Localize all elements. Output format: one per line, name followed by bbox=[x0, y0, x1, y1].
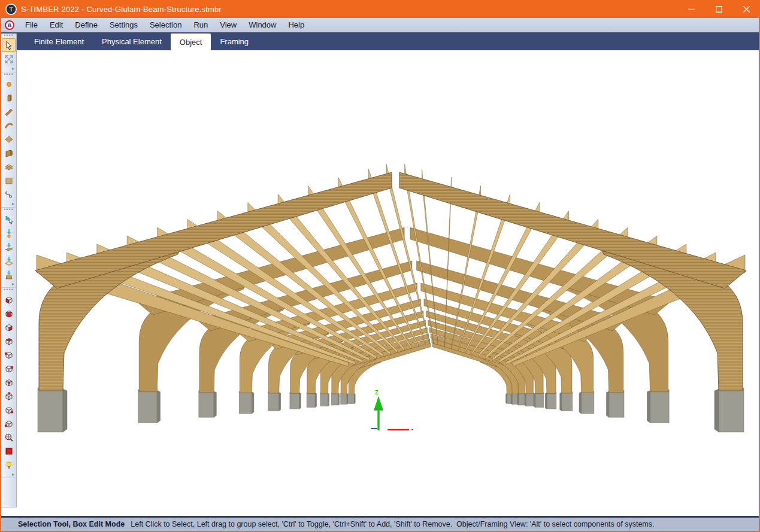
draw-clt-panel-button[interactable] bbox=[2, 174, 16, 187]
draw-plate-button[interactable] bbox=[2, 132, 16, 146]
toolbar-grip-3[interactable]: •••• bbox=[1, 208, 16, 212]
window-title: S-TIMBER 2022 - Curved-Glulam-Beam-Struc… bbox=[21, 5, 222, 14]
render-mode-button[interactable] bbox=[2, 444, 16, 458]
svg-text:z: z bbox=[375, 388, 379, 396]
draw-column-button[interactable] bbox=[2, 91, 16, 105]
menubar-logo-icon bbox=[5, 20, 14, 30]
titlebar: T S-TIMBER 2022 - Curved-Glulam-Beam-Str… bbox=[0, 0, 760, 18]
view-cube-corner-6-button[interactable] bbox=[2, 417, 16, 430]
select-tool-button[interactable] bbox=[2, 38, 16, 52]
view-cube-iso-1-button[interactable] bbox=[2, 293, 16, 306]
assign-select-button[interactable] bbox=[2, 212, 16, 226]
statusbar: Selection Tool, Box Edit Mode Left Click… bbox=[0, 516, 760, 532]
assign-line-load-button[interactable] bbox=[2, 240, 16, 254]
left-toolbar: •••• ▸ •••• bbox=[1, 34, 17, 507]
menu-run[interactable]: Run bbox=[187, 18, 214, 32]
assign-solid-load-button[interactable] bbox=[2, 267, 16, 281]
tab-physical-element[interactable]: Physical Element bbox=[93, 32, 171, 50]
draw-release-button[interactable] bbox=[2, 187, 16, 201]
status-hint-text: Left Click to Select, Left drag to group… bbox=[131, 520, 654, 528]
view-cube-top-button[interactable] bbox=[2, 334, 16, 348]
menu-edit[interactable]: Edit bbox=[44, 18, 69, 32]
menu-view[interactable]: View bbox=[214, 18, 243, 32]
assign-point-load-button[interactable] bbox=[2, 226, 16, 240]
menu-settings[interactable]: Settings bbox=[104, 18, 144, 32]
view-tabs: Finite Element Physical Element Object F… bbox=[1, 32, 759, 50]
view-cube-corner-3-button[interactable] bbox=[2, 375, 16, 389]
maximize-button[interactable] bbox=[705, 0, 732, 18]
glulam-structure-3d-view[interactable]: z bbox=[16, 50, 759, 516]
toolbar-grip-4[interactable]: •••• bbox=[1, 288, 16, 293]
app-window: T S-TIMBER 2022 - Curved-Glulam-Beam-Str… bbox=[0, 0, 760, 532]
light-toggle-button[interactable] bbox=[2, 458, 16, 472]
minimize-button[interactable] bbox=[677, 0, 705, 18]
edit-mode-button[interactable] bbox=[2, 52, 16, 66]
menu-selection[interactable]: Selection bbox=[144, 18, 187, 32]
view-cube-corner-1-button[interactable] bbox=[2, 348, 16, 361]
toolbar-expand-button-4[interactable]: ▸ bbox=[1, 472, 16, 478]
menu-window[interactable]: Window bbox=[243, 18, 282, 32]
model-viewport[interactable]: z bbox=[16, 50, 759, 516]
svg-text:T: T bbox=[9, 6, 13, 13]
menubar: File Edit Define Settings Selection Run … bbox=[1, 18, 759, 32]
menu-help[interactable]: Help bbox=[282, 18, 310, 32]
draw-floor-button[interactable] bbox=[2, 160, 16, 174]
draw-wall-button[interactable] bbox=[2, 146, 16, 160]
view-cube-front-button[interactable] bbox=[2, 306, 16, 320]
assign-area-load-button[interactable] bbox=[2, 254, 16, 267]
view-cube-corner-4-button[interactable] bbox=[2, 389, 16, 403]
draw-node-button[interactable] bbox=[2, 77, 16, 91]
toolbar-grip-2[interactable]: •••• bbox=[1, 72, 16, 77]
tab-finite-element[interactable]: Finite Element bbox=[25, 32, 93, 50]
view-cube-corner-5-button[interactable] bbox=[2, 403, 16, 417]
tab-framing[interactable]: Framing bbox=[211, 32, 258, 50]
status-mode-text: Selection Tool, Box Edit Mode bbox=[18, 520, 125, 528]
close-button[interactable] bbox=[732, 0, 760, 18]
draw-beam-button[interactable] bbox=[2, 105, 16, 118]
window-border-left bbox=[0, 18, 1, 532]
menu-define[interactable]: Define bbox=[69, 18, 104, 32]
toolbar-grip-1[interactable]: •••• bbox=[1, 34, 16, 38]
menu-file[interactable]: File bbox=[19, 18, 44, 32]
zoom-extents-button[interactable] bbox=[2, 430, 16, 444]
app-logo-icon: T bbox=[5, 4, 17, 15]
tab-object[interactable]: Object bbox=[171, 34, 211, 50]
view-cube-corner-2-button[interactable] bbox=[2, 361, 16, 375]
draw-curved-beam-button[interactable] bbox=[2, 118, 16, 132]
view-cube-right-button[interactable] bbox=[2, 320, 16, 334]
